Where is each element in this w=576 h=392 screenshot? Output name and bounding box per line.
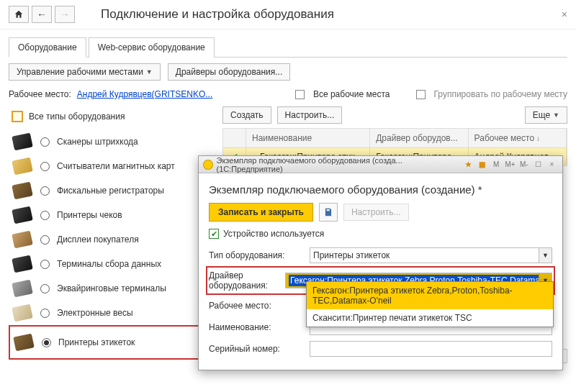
modal-titlebar-text: Экземпляр подключаемого оборудования (со… — [217, 156, 461, 173]
workplace-link[interactable]: Андрей Кудрявцев(GRITSENKO... — [77, 89, 212, 99]
sidebar-item-magcard[interactable]: Считыватели магнитных карт — [9, 154, 214, 178]
save-close-button[interactable]: Записать и закрыть — [209, 203, 313, 222]
sidebar-item-label: Считыватели магнитных карт — [57, 161, 175, 171]
home-icon — [14, 9, 24, 19]
all-workplaces-checkbox[interactable] — [295, 90, 305, 99]
modal-heading: Экземпляр подключаемого оборудования (со… — [209, 183, 552, 196]
dropdown-item[interactable]: Скансити:Принтер печати этикеток TSC — [307, 309, 553, 327]
main-tabs: Оборудование Web-сервис оборудование — [9, 37, 567, 58]
type-radio[interactable] — [40, 162, 50, 171]
more-button-label: Еще — [533, 110, 550, 120]
sidebar-item-scales[interactable]: Электронные весы — [9, 301, 214, 325]
workplaces-button[interactable]: Управление рабочими местами ▼ — [9, 63, 161, 81]
scanner-icon — [12, 133, 33, 150]
group-by-checkbox[interactable] — [416, 90, 426, 99]
type-radio[interactable] — [40, 186, 50, 196]
configure-button[interactable]: Настроить... — [277, 106, 343, 124]
window-x-icon[interactable]: × — [546, 159, 558, 170]
type-radio[interactable] — [40, 137, 50, 147]
terminal-icon — [12, 255, 33, 273]
home-button[interactable] — [9, 6, 29, 23]
close-icon[interactable]: × — [562, 9, 567, 20]
all-types-checkbox[interactable] — [12, 111, 23, 122]
forward-button: → — [55, 6, 75, 23]
modal-actions: Записать и закрыть Настроить... — [209, 203, 552, 222]
type-radio[interactable] — [40, 260, 50, 269]
name-field-label: Наименование: — [209, 322, 310, 332]
col-check[interactable] — [223, 129, 246, 147]
printer-icon — [12, 206, 33, 224]
equipment-modal: Экземпляр подключаемого оборудования (со… — [198, 155, 563, 370]
modal-titlebar[interactable]: Экземпляр подключаемого оборудования (со… — [199, 156, 562, 173]
back-button[interactable]: ← — [32, 6, 52, 23]
sidebar-item-label: Сканеры штрихкода — [57, 137, 138, 147]
display-icon — [12, 231, 33, 248]
fav-icon[interactable]: ★ — [462, 159, 474, 170]
drivers-button[interactable]: Драйверы оборудования... — [168, 63, 291, 81]
sidebar-item-fiscal[interactable]: Фискальные регистраторы — [9, 178, 214, 203]
create-button[interactable]: Создать — [222, 106, 271, 124]
all-types-label: Все типы оборудования — [29, 111, 125, 122]
field-type: Тип оборудования: Принтеры этикеток ▼ — [209, 247, 552, 263]
type-label: Тип оборудования: — [209, 250, 310, 260]
type-radio[interactable] — [40, 235, 50, 245]
sidebar: Все типы оборудования Сканеры штрихкода … — [9, 106, 214, 366]
caret-down-icon: ▼ — [146, 68, 153, 76]
all-workplaces-label: Все рабочие места — [313, 89, 390, 99]
fiscal-icon — [12, 182, 33, 199]
col-workplace[interactable]: Рабочее место — [469, 129, 567, 147]
type-radio[interactable] — [40, 284, 50, 293]
type-value: Принтеры этикеток — [313, 250, 390, 260]
sidebar-item-acquiring[interactable]: Эквайринговые терминалы — [9, 276, 214, 301]
modal-configure-button: Настроить... — [343, 204, 409, 221]
m-minus-icon[interactable]: M- — [518, 159, 530, 170]
more-button[interactable]: Еще ▼ — [525, 106, 567, 124]
workplace-label: Рабочее место: — [9, 89, 71, 99]
driver-dropdown: Гексагон:Принтера этикеток Zebra,Proton,… — [306, 281, 554, 327]
group-by-label: Группировать по рабочему месту — [434, 89, 567, 99]
caret-down-icon: ▼ — [553, 111, 559, 119]
workplace-field-label: Рабочее место: — [209, 301, 310, 311]
type-radio[interactable] — [40, 211, 50, 220]
sidebar-item-label-printer[interactable]: Принтеры этикеток — [9, 325, 214, 360]
card-reader-icon — [12, 158, 33, 175]
sidebar-item-label: Фискальные регистраторы — [57, 186, 164, 196]
m-plus-icon[interactable]: M+ — [504, 159, 516, 170]
tab-web-service[interactable]: Web-сервис оборудование — [89, 37, 215, 58]
scales-icon — [12, 304, 33, 322]
calc-icon[interactable]: ▦ — [476, 159, 488, 170]
col-driver[interactable]: Драйвер оборудов... — [370, 129, 468, 147]
sidebar-item-data-terminal[interactable]: Терминалы сбора данных — [9, 252, 214, 276]
sidebar-item-label: Эквайринговые терминалы — [57, 283, 166, 293]
sidebar-item-receipt-printer[interactable]: Принтеры чеков — [9, 203, 214, 227]
tab-equipment[interactable]: Оборудование — [9, 37, 86, 58]
driver-label: Драйвер оборудования: — [209, 270, 285, 291]
all-types-row[interactable]: Все типы оборудования — [9, 106, 214, 127]
type-radio[interactable] — [40, 309, 50, 318]
acquiring-icon — [12, 280, 33, 297]
dropdown-icon[interactable]: ▼ — [539, 248, 552, 263]
serial-field-label: Серийный номер: — [209, 344, 310, 354]
sidebar-item-barcode[interactable]: Сканеры штрихкода — [9, 129, 214, 154]
type-radio[interactable] — [42, 338, 51, 347]
toolbar: Управление рабочими местами ▼ Драйверы о… — [0, 58, 576, 86]
save-button[interactable] — [319, 203, 338, 222]
m-icon[interactable]: M — [490, 159, 503, 170]
sidebar-item-label: Принтеры этикеток — [58, 337, 135, 347]
sidebar-item-display[interactable]: Дисплеи покупателя — [9, 227, 214, 252]
field-serial: Серийный номер: — [209, 341, 552, 357]
col-name[interactable]: Наименование — [246, 129, 370, 147]
diskette-icon — [323, 207, 333, 217]
device-used-checkbox[interactable]: ✔ — [209, 229, 219, 239]
app-1c-icon — [203, 160, 213, 170]
device-used-row[interactable]: ✔ Устройство используется — [209, 229, 552, 239]
dropdown-item[interactable]: Гексагон:Принтера этикеток Zebra,Proton,… — [307, 282, 553, 309]
serial-input[interactable] — [310, 341, 552, 357]
workplaces-button-label: Управление рабочими местами — [17, 67, 143, 77]
sidebar-item-label: Принтеры чеков — [57, 210, 122, 220]
sidebar-item-label: Терминалы сбора данных — [57, 259, 161, 269]
sidebar-item-label: Дисплеи покупателя — [57, 234, 139, 245]
device-used-label: Устройство используется — [223, 229, 324, 239]
window-close-icon[interactable]: ☐ — [531, 159, 544, 170]
type-select[interactable]: Принтеры этикеток ▼ — [310, 247, 552, 263]
